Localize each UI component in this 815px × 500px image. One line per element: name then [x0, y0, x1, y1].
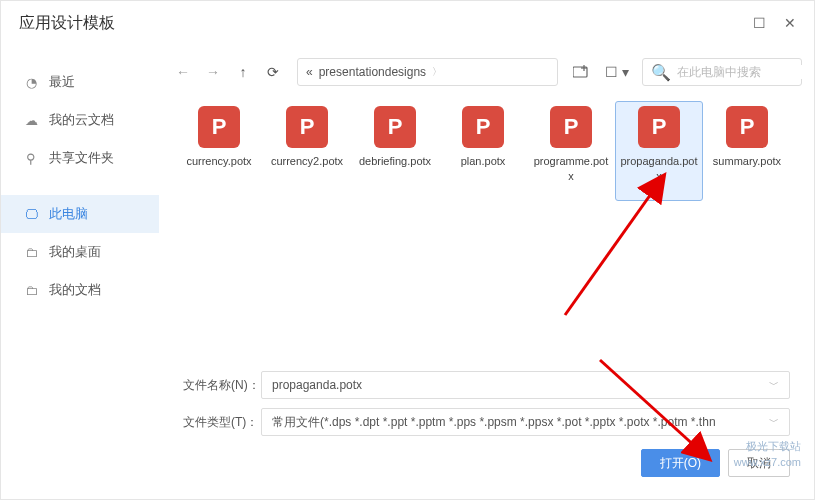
powerpoint-icon: P: [550, 106, 592, 148]
filetype-field[interactable]: 常用文件(*.dps *.dpt *.ppt *.pptm *.pps *.pp…: [261, 408, 790, 436]
file-item[interactable]: Psummary.potx: [703, 101, 791, 201]
folder-icon: 🗀: [23, 282, 39, 298]
breadcrumb-folder[interactable]: presentationdesigns: [319, 65, 426, 79]
file-item[interactable]: Ppropaganda.potx: [615, 101, 703, 201]
filetype-value: 常用文件(*.dps *.dpt *.ppt *.pptm *.pps *.pp…: [272, 414, 716, 431]
sidebar-item-5[interactable]: 🗀我的文档: [1, 271, 159, 309]
sidebar-item-1[interactable]: ☁我的云文档: [1, 101, 159, 139]
open-button[interactable]: 打开(O): [641, 449, 720, 477]
file-item[interactable]: Pdebriefing.potx: [351, 101, 439, 201]
sidebar: ◔最近☁我的云文档⚲共享文件夹🖵此电脑🗀我的桌面🗀我的文档: [1, 45, 159, 499]
new-folder-icon[interactable]: [568, 59, 594, 85]
filename-field[interactable]: propaganda.potx ﹀: [261, 371, 790, 399]
file-item[interactable]: Pprogramme.potx: [527, 101, 615, 201]
chevron-down-icon[interactable]: ﹀: [769, 378, 779, 392]
dialog-body: ◔最近☁我的云文档⚲共享文件夹🖵此电脑🗀我的桌面🗀我的文档 ← → ↑ ⟳ « …: [1, 45, 814, 499]
file-name-label: currency2.potx: [268, 154, 346, 169]
file-grid: Pcurrency.potxPcurrency2.potxPdebriefing…: [171, 87, 802, 365]
search-input[interactable]: [677, 65, 814, 79]
powerpoint-icon: P: [198, 106, 240, 148]
nav-back-icon[interactable]: ←: [171, 60, 195, 84]
file-item[interactable]: Pcurrency.potx: [175, 101, 263, 201]
file-item[interactable]: Pplan.potx: [439, 101, 527, 201]
sidebar-item-label: 此电脑: [49, 205, 88, 223]
close-icon[interactable]: ✕: [784, 15, 796, 31]
sidebar-item-4[interactable]: 🗀我的桌面: [1, 233, 159, 271]
file-name-label: programme.potx: [528, 154, 614, 184]
file-item[interactable]: Pcurrency2.potx: [263, 101, 351, 201]
file-name-label: currency.potx: [183, 154, 254, 169]
sidebar-item-2[interactable]: ⚲共享文件夹: [1, 139, 159, 177]
chevron-down-icon[interactable]: ﹀: [769, 415, 779, 429]
cloud-icon: ☁: [23, 112, 39, 128]
search-icon: 🔍: [651, 63, 671, 82]
nav-forward-icon[interactable]: →: [201, 60, 225, 84]
toolbar: ← → ↑ ⟳ « presentationdesigns 〉 ☐ ▾ 🔍: [171, 57, 802, 87]
share-icon: ⚲: [23, 150, 39, 166]
breadcrumb[interactable]: « presentationdesigns 〉: [297, 58, 558, 86]
view-mode-icon[interactable]: ☐ ▾: [604, 59, 630, 85]
maximize-icon[interactable]: ☐: [753, 15, 766, 31]
file-name-label: propaganda.potx: [616, 154, 702, 184]
search-box[interactable]: 🔍: [642, 58, 802, 86]
sidebar-item-label: 最近: [49, 73, 75, 91]
breadcrumb-prefix: «: [306, 65, 313, 79]
powerpoint-icon: P: [638, 106, 680, 148]
sidebar-item-0[interactable]: ◔最近: [1, 63, 159, 101]
window-controls: ☐ ✕: [753, 15, 796, 31]
file-name-label: summary.potx: [710, 154, 784, 169]
cancel-button[interactable]: 取消: [728, 449, 790, 477]
powerpoint-icon: P: [374, 106, 416, 148]
file-name-label: debriefing.potx: [356, 154, 434, 169]
powerpoint-icon: P: [726, 106, 768, 148]
filename-row: 文件名称(N)： propaganda.potx ﹀: [183, 371, 790, 399]
sidebar-item-label: 我的云文档: [49, 111, 114, 129]
clock-icon: ◔: [23, 74, 39, 90]
titlebar: 应用设计模板 ☐ ✕: [1, 1, 814, 45]
sidebar-item-3[interactable]: 🖵此电脑: [1, 195, 159, 233]
nav-up-icon[interactable]: ↑: [231, 60, 255, 84]
folder-icon: 🗀: [23, 244, 39, 260]
sidebar-item-label: 共享文件夹: [49, 149, 114, 167]
sidebar-item-label: 我的文档: [49, 281, 101, 299]
monitor-icon: 🖵: [23, 206, 39, 222]
refresh-icon[interactable]: ⟳: [261, 60, 285, 84]
file-name-label: plan.potx: [458, 154, 509, 169]
filename-label: 文件名称(N)：: [183, 377, 261, 394]
bottom-panel: 文件名称(N)： propaganda.potx ﹀ 文件类型(T)： 常用文件…: [171, 365, 802, 445]
powerpoint-icon: P: [462, 106, 504, 148]
main-pane: ← → ↑ ⟳ « presentationdesigns 〉 ☐ ▾ 🔍: [159, 45, 814, 499]
file-dialog: 应用设计模板 ☐ ✕ ◔最近☁我的云文档⚲共享文件夹🖵此电脑🗀我的桌面🗀我的文档…: [0, 0, 815, 500]
button-bar: 打开(O) 取消: [171, 445, 802, 489]
filename-value: propaganda.potx: [272, 378, 362, 392]
filetype-row: 文件类型(T)： 常用文件(*.dps *.dpt *.ppt *.pptm *…: [183, 408, 790, 436]
chevron-right-icon: 〉: [432, 65, 442, 79]
filetype-label: 文件类型(T)：: [183, 414, 261, 431]
powerpoint-icon: P: [286, 106, 328, 148]
dialog-title: 应用设计模板: [19, 13, 115, 34]
sidebar-item-label: 我的桌面: [49, 243, 101, 261]
